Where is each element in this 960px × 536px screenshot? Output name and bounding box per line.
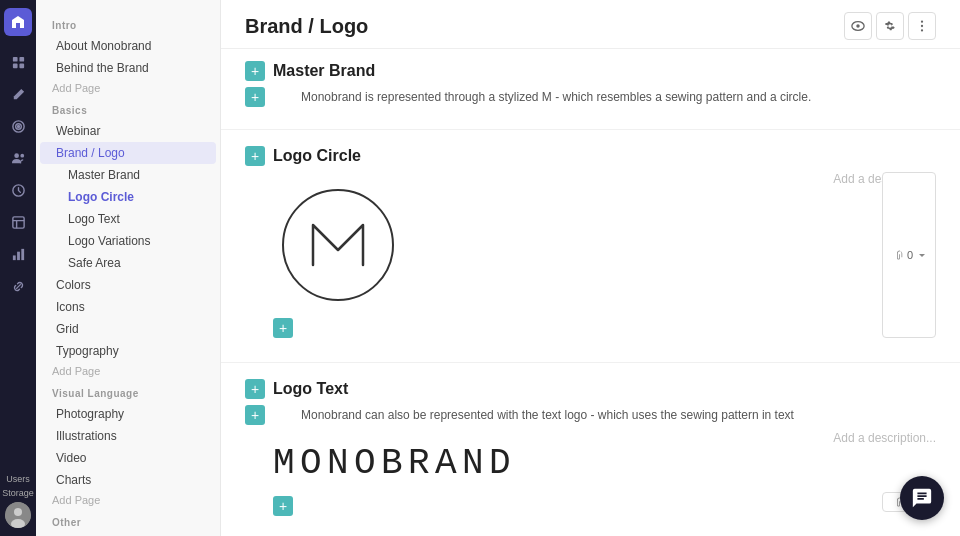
svg-rect-12	[17, 251, 20, 259]
master-brand-desc-row: + Monobrand is represented through a sty…	[245, 87, 936, 107]
svg-rect-11	[12, 255, 15, 260]
sidebar-section-basics: Basics	[36, 97, 220, 120]
svg-rect-10	[12, 216, 23, 227]
app-logo[interactable]	[4, 8, 32, 36]
sidebar-item-video[interactable]: Video	[40, 447, 216, 469]
sidebar-section-visual: Visual Language	[36, 380, 220, 403]
logo-circle-display	[273, 180, 403, 310]
logo-text-bottom-add-btn[interactable]: +	[273, 496, 293, 516]
page-content: + Master Brand + Monobrand is represente…	[221, 49, 960, 536]
divider-2	[221, 362, 960, 363]
logo-circle-bottom-add-btn[interactable]: +	[273, 318, 293, 338]
logo-text-desc-row: + Monobrand can also be represented with…	[245, 405, 936, 425]
master-brand-row: + Master Brand	[245, 61, 936, 81]
sidebar-item-typography[interactable]: Typography	[40, 340, 216, 362]
sidebar-item-about[interactable]: About Monobrand	[40, 35, 216, 57]
svg-point-8	[20, 153, 24, 157]
svg-point-20	[921, 25, 923, 27]
sidebar-add-visual[interactable]: Add Page	[36, 491, 220, 509]
svg-rect-13	[21, 248, 24, 259]
sidebar-section-intro: Intro	[36, 12, 220, 35]
sidebar-item-photography[interactable]: Photography	[40, 403, 216, 425]
svg-point-22	[283, 190, 393, 300]
svg-point-7	[14, 153, 19, 158]
logo-text-add-desc[interactable]: Add a description...	[833, 431, 936, 445]
more-button[interactable]	[908, 12, 936, 40]
logo-circle-add-btn[interactable]: +	[245, 146, 265, 166]
svg-point-18	[856, 24, 860, 28]
nav-clock-icon[interactable]	[4, 176, 32, 204]
nav-users-icon[interactable]	[4, 144, 32, 172]
sidebar-item-charts[interactable]: Charts	[40, 469, 216, 491]
sidebar-item-illustrations[interactable]: Illustrations	[40, 425, 216, 447]
sidebar-item-logo-text[interactable]: Logo Text	[40, 208, 216, 230]
sidebar-item-colors[interactable]: Colors	[40, 274, 216, 296]
nav-home-icon[interactable]	[4, 48, 32, 76]
sidebar-item-brand-logo[interactable]: Brand / Logo	[40, 142, 216, 164]
nav-target-icon[interactable]	[4, 112, 32, 140]
nav-edit-icon[interactable]	[4, 80, 32, 108]
svg-point-21	[921, 29, 923, 31]
svg-rect-3	[19, 63, 24, 68]
nav-chart-icon[interactable]	[4, 240, 32, 268]
logo-text-add-btn[interactable]: +	[245, 379, 265, 399]
sidebar-item-ads[interactable]: Ads	[40, 532, 216, 536]
nav-link-icon[interactable]	[4, 272, 32, 300]
master-brand-desc-add-btn[interactable]: +	[245, 87, 265, 107]
logo-circle-row: + Logo Circle	[245, 146, 936, 166]
page-title: Brand / Logo	[245, 15, 368, 38]
main-content: Brand / Logo + Master Brand + Monobrand …	[221, 0, 960, 536]
users-label: Users	[6, 474, 30, 484]
sidebar-item-behind[interactable]: Behind the Brand	[40, 57, 216, 79]
divider-1	[221, 129, 960, 130]
header-actions	[844, 12, 936, 40]
settings-button[interactable]	[876, 12, 904, 40]
logo-text-description: Monobrand can also be represented with t…	[301, 406, 794, 424]
sidebar-item-safe-area[interactable]: Safe Area	[40, 252, 216, 274]
logo-text-heading: Logo Text	[273, 380, 348, 398]
sidebar-item-grid[interactable]: Grid	[40, 318, 216, 340]
chat-widget[interactable]	[900, 476, 944, 520]
master-brand-heading: Master Brand	[273, 62, 375, 80]
sidebar: Intro About Monobrand Behind the Brand A…	[36, 0, 221, 536]
sidebar-add-intro[interactable]: Add Page	[36, 79, 220, 97]
attach-count-circle: 0	[907, 249, 913, 261]
sidebar-section-other: Other	[36, 509, 220, 532]
svg-point-19	[921, 20, 923, 22]
sidebar-item-logo-circle[interactable]: Logo Circle	[40, 186, 216, 208]
svg-point-6	[17, 125, 19, 127]
sidebar-item-master-brand[interactable]: Master Brand	[40, 164, 216, 186]
logo-circle-section: + Logo Circle Add a description... + 0	[221, 134, 960, 358]
master-brand-add-btn[interactable]: +	[245, 61, 265, 81]
logo-text-display: MONOBRAND	[273, 443, 936, 484]
svg-rect-0	[12, 56, 17, 61]
logo-text-desc-add-btn[interactable]: +	[245, 405, 265, 425]
logo-circle-heading: Logo Circle	[273, 147, 361, 165]
sidebar-item-logo-variations[interactable]: Logo Variations	[40, 230, 216, 252]
master-brand-description: Monobrand is represented through a styli…	[301, 88, 811, 106]
svg-rect-2	[12, 63, 17, 68]
sidebar-item-icons[interactable]: Icons	[40, 296, 216, 318]
storage-label: Storage	[2, 488, 34, 498]
logo-text-section: + Logo Text + Monobrand can also be repr…	[221, 367, 960, 532]
nav-box-icon[interactable]	[4, 208, 32, 236]
sidebar-add-basics[interactable]: Add Page	[36, 362, 220, 380]
sidebar-item-webinar[interactable]: Webinar	[40, 120, 216, 142]
preview-button[interactable]	[844, 12, 872, 40]
icon-bar: Users Storage	[0, 0, 36, 536]
avatar[interactable]	[5, 502, 31, 528]
attach-button-circle[interactable]: 0	[882, 172, 936, 338]
main-header: Brand / Logo	[221, 0, 960, 49]
svg-point-15	[14, 508, 22, 516]
logo-text-row: + Logo Text	[245, 379, 936, 399]
master-brand-section: + Master Brand + Monobrand is represente…	[221, 49, 960, 125]
svg-rect-1	[19, 56, 24, 61]
